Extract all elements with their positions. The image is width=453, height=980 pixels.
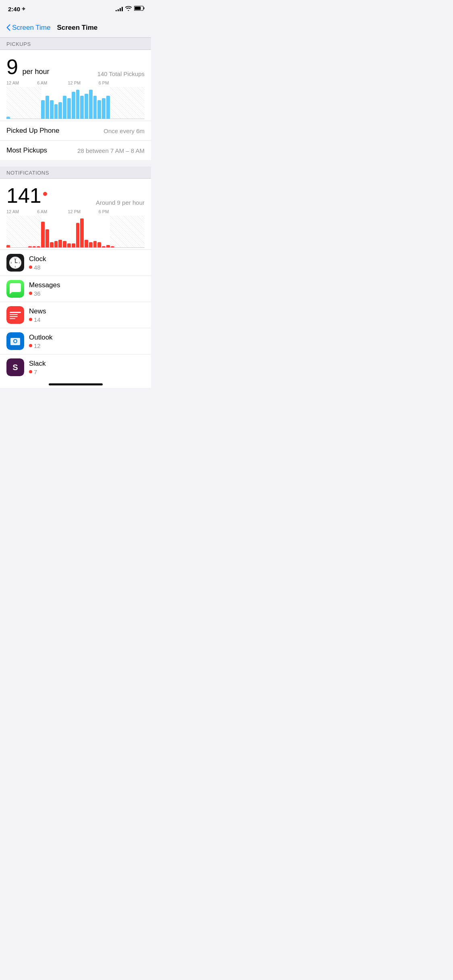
location-icon: ✈ — [22, 6, 25, 12]
pickups-chart: 12 AM 6 AM 12 PM 6 PM — [0, 77, 151, 121]
svg-rect-14 — [10, 312, 21, 313]
back-button[interactable]: Screen Time — [6, 24, 50, 32]
app-count: 7 — [34, 369, 37, 375]
list-item: News 14 — [0, 302, 151, 328]
app-info: News 14 — [29, 307, 145, 323]
svg-rect-2 — [135, 7, 141, 10]
pickups-bar-chart — [6, 87, 145, 119]
most-pickups-value: 28 between 7 AM – 8 AM — [77, 147, 145, 154]
battery-icon — [134, 5, 145, 12]
svg-text:3: 3 — [19, 261, 20, 264]
notif-label-12pm: 12 PM — [68, 209, 98, 214]
notification-dot — [29, 370, 32, 373]
picked-up-phone-value: Once every 6m — [103, 128, 145, 134]
app-count-row: 12 — [29, 342, 145, 349]
pickups-per-hour: 9 per hour — [6, 56, 49, 77]
notification-dot — [29, 344, 32, 347]
svg-text:O: O — [13, 338, 18, 344]
list-item: O Outlook 12 — [0, 328, 151, 354]
app-name: Slack — [29, 360, 145, 368]
list-item: S Slack 7 — [0, 354, 151, 380]
app-count-row: 48 — [29, 264, 145, 271]
home-indicator — [0, 380, 151, 388]
app-icon-news — [6, 306, 24, 324]
app-count: 36 — [34, 290, 41, 297]
notification-dot — [29, 292, 32, 295]
most-pickups-label: Most Pickups — [6, 146, 47, 154]
app-count-row: 14 — [29, 316, 145, 323]
notifications-chart: 12 AM 6 AM 12 PM 6 PM — [0, 206, 151, 249]
app-icon-clock: 12 6 9 3 — [6, 254, 24, 272]
notif-label-6pm: 6 PM — [99, 209, 129, 214]
notifications-stats-row: 141 Around 9 per hour — [0, 179, 151, 206]
list-item: 12 6 9 3 Clock 48 — [0, 249, 151, 276]
svg-rect-15 — [10, 314, 18, 315]
most-pickups-row: Most Pickups 28 between 7 AM – 8 AM — [0, 140, 151, 160]
svg-rect-1 — [144, 7, 145, 9]
signal-icon — [116, 6, 123, 11]
app-icon-messages — [6, 280, 24, 298]
app-info: Outlook 12 — [29, 334, 145, 349]
app-icon-slack: S — [6, 358, 24, 376]
notifications-red-dot — [43, 192, 47, 196]
chart-label-12pm: 12 PM — [68, 80, 98, 85]
app-name: Outlook — [29, 334, 145, 342]
app-count-row: 36 — [29, 290, 145, 297]
notif-label-12am: 12 AM — [6, 209, 37, 214]
notif-label-6am: 6 AM — [37, 209, 68, 214]
notifications-bar-chart — [6, 216, 145, 248]
chart-labels: 12 AM 6 AM 12 PM 6 PM — [6, 80, 145, 87]
svg-rect-16 — [10, 316, 18, 317]
notif-chart-labels: 12 AM 6 AM 12 PM 6 PM — [6, 209, 145, 216]
app-notification-list: 12 6 9 3 Clock 48 Messages — [0, 249, 151, 380]
notification-dot — [29, 266, 32, 269]
status-time: 2:40 ✈ — [8, 6, 25, 12]
chart-label-12am: 12 AM — [6, 80, 37, 85]
notifications-count-row: 141 — [6, 185, 47, 206]
picked-up-phone-label: Picked Up Phone — [6, 127, 59, 135]
around-per-hour: Around 9 per hour — [96, 199, 145, 206]
app-count: 48 — [34, 264, 41, 271]
app-name: Messages — [29, 281, 145, 289]
page-title: Screen Time — [57, 24, 97, 32]
pickups-section-header: PICKUPS — [0, 38, 151, 50]
wifi-icon — [125, 5, 132, 12]
chart-label-6am: 6 AM — [37, 80, 68, 85]
notifications-card: 141 Around 9 per hour 12 AM 6 AM 12 PM 6… — [0, 179, 151, 380]
notifications-section-header: NOTIFICATIONS — [0, 167, 151, 179]
app-count: 14 — [34, 316, 41, 323]
app-count: 12 — [34, 342, 41, 349]
pickups-card: 9 per hour 140 Total Pickups 12 AM 6 AM … — [0, 50, 151, 160]
app-info: Messages 36 — [29, 281, 145, 297]
notification-dot — [29, 318, 32, 321]
svg-text:S: S — [12, 363, 18, 372]
app-icon-outlook: O — [6, 332, 24, 350]
nav-bar: Screen Time Screen Time — [0, 18, 151, 38]
svg-text:9: 9 — [11, 261, 12, 264]
svg-text:6: 6 — [15, 266, 16, 268]
status-bar: 2:40 ✈ — [0, 0, 151, 18]
list-item: Messages 36 — [0, 276, 151, 302]
total-pickups: 140 Total Pickups — [97, 70, 145, 77]
pickups-stats-row: 9 per hour 140 Total Pickups — [0, 50, 151, 77]
chart-label-6pm: 6 PM — [99, 80, 129, 85]
app-count-row: 7 — [29, 369, 145, 375]
app-info: Clock 48 — [29, 255, 145, 271]
svg-rect-17 — [10, 318, 15, 319]
status-icons — [116, 5, 145, 12]
app-name: Clock — [29, 255, 145, 263]
app-info: Slack 7 — [29, 360, 145, 375]
picked-up-phone-row: Picked Up Phone Once every 6m — [0, 121, 151, 140]
app-name: News — [29, 307, 145, 315]
home-bar — [49, 383, 103, 385]
